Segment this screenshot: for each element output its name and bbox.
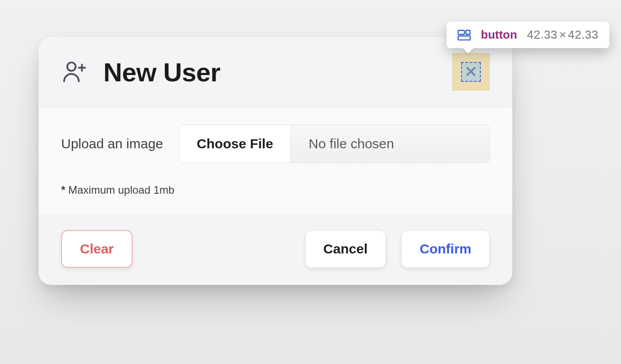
tooltip-element-size: 42.33×42.33 [527, 28, 599, 42]
close-button[interactable] [461, 62, 481, 82]
svg-point-0 [67, 62, 76, 71]
tooltip-height: 42.33 [568, 28, 599, 41]
tooltip-times: × [557, 28, 568, 41]
svg-rect-7 [458, 36, 470, 40]
footer-actions: Cancel Confirm [305, 230, 490, 268]
hint-asterisk: * [61, 184, 65, 196]
confirm-button[interactable]: Confirm [401, 230, 490, 268]
dialog-body: Upload an image Choose File No file chos… [39, 107, 512, 214]
file-input[interactable]: Choose File No file chosen [179, 124, 490, 163]
clear-button[interactable]: Clear [61, 230, 133, 268]
add-user-icon [61, 59, 88, 84]
close-button-highlight-region [452, 53, 490, 91]
dialog-title: New User [103, 57, 220, 87]
header-left: New User [61, 57, 220, 87]
cancel-button[interactable]: Cancel [305, 230, 386, 268]
new-user-dialog: New User Upload an image Choose File No … [39, 37, 512, 285]
svg-rect-6 [466, 30, 470, 34]
file-status-text: No file chosen [291, 125, 412, 163]
choose-file-button[interactable]: Choose File [180, 125, 291, 163]
upload-hint: * Maximum upload 1mb [61, 184, 490, 196]
dialog-footer: Clear Cancel Confirm [39, 214, 512, 285]
upload-row: Upload an image Choose File No file chos… [61, 124, 490, 163]
hint-text: Maximum upload 1mb [65, 184, 174, 196]
upload-image-label: Upload an image [61, 136, 163, 151]
svg-rect-5 [458, 30, 465, 34]
tooltip-width: 42.33 [527, 28, 558, 41]
devtools-element-tooltip: button 42.33×42.33 [447, 22, 609, 48]
grid-icon [457, 30, 471, 40]
close-icon [465, 65, 477, 79]
tooltip-element-tag: button [481, 28, 517, 42]
dialog-header: New User [39, 37, 512, 107]
